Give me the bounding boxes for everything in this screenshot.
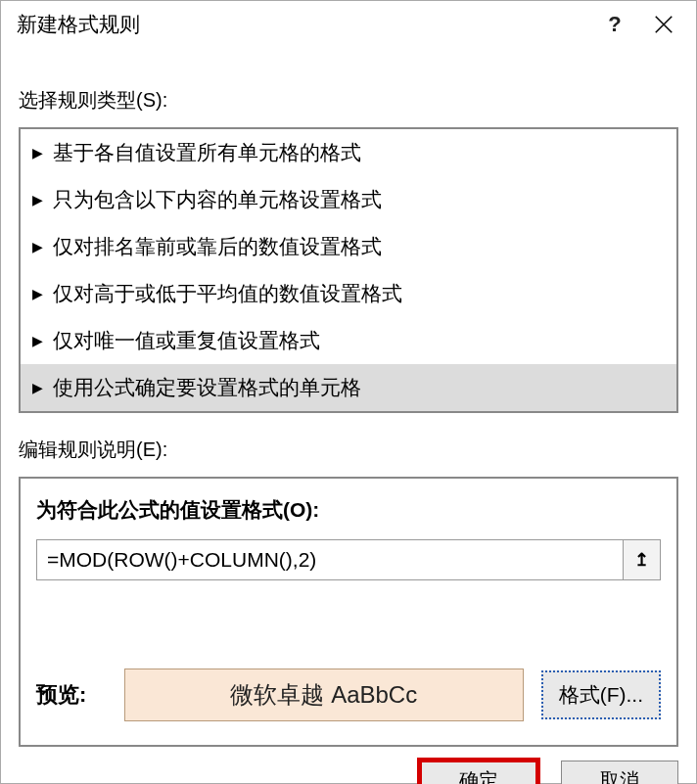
close-icon: [653, 14, 674, 35]
dialog-button-row: 确定 取消: [1, 747, 696, 784]
preview-label: 预览:: [36, 680, 107, 710]
triangle-icon: ▶: [32, 380, 43, 395]
help-button[interactable]: ?: [590, 1, 639, 48]
rule-type-item[interactable]: ▶ 只为包含以下内容的单元格设置格式: [21, 176, 676, 223]
dialog-title: 新建格式规则: [17, 11, 590, 38]
format-button[interactable]: 格式(F)...: [541, 670, 661, 719]
close-button[interactable]: [639, 1, 688, 48]
rule-type-item[interactable]: ▶ 基于各自值设置所有单元格的格式: [21, 129, 676, 176]
formula-heading: 为符合此公式的值设置格式(O):: [36, 496, 661, 524]
rule-type-label: 仅对高于或低于平均值的数值设置格式: [53, 280, 402, 307]
titlebar: 新建格式规则 ?: [1, 1, 696, 48]
triangle-icon: ▶: [32, 239, 43, 254]
rule-type-label: 使用公式确定要设置格式的单元格: [53, 374, 361, 401]
edit-rule-description-label: 编辑规则说明(E):: [19, 437, 678, 463]
collapse-dialog-button[interactable]: ↥: [623, 540, 660, 579]
rule-type-label: 只为包含以下内容的单元格设置格式: [53, 186, 382, 213]
triangle-icon: ▶: [32, 286, 43, 301]
triangle-icon: ▶: [32, 145, 43, 161]
rule-type-item[interactable]: ▶ 仅对高于或低于平均值的数值设置格式: [21, 270, 676, 317]
preview-sample: 微软卓越 AaBbCc: [124, 669, 524, 721]
rule-type-item[interactable]: ▶ 仅对排名靠前或靠后的数值设置格式: [21, 223, 676, 270]
formula-input-row: ↥: [36, 539, 661, 580]
dialog-content: 选择规则类型(S): ▶ 基于各自值设置所有单元格的格式 ▶ 只为包含以下内容的…: [1, 48, 696, 747]
cancel-button[interactable]: 取消: [561, 761, 678, 784]
rule-type-label: 仅对唯一值或重复值设置格式: [53, 327, 320, 354]
collapse-icon: ↥: [634, 549, 649, 571]
dialog-window: 新建格式规则 ? 选择规则类型(S): ▶ 基于各自值设置所有单元格的格式 ▶ …: [0, 0, 697, 784]
rule-type-item[interactable]: ▶ 仅对唯一值或重复值设置格式: [21, 317, 676, 364]
triangle-icon: ▶: [32, 192, 43, 208]
rule-type-label: 仅对排名靠前或靠后的数值设置格式: [53, 233, 382, 260]
triangle-icon: ▶: [32, 333, 43, 348]
rule-type-item[interactable]: ▶ 使用公式确定要设置格式的单元格: [21, 364, 676, 411]
edit-rule-panel: 为符合此公式的值设置格式(O): ↥ 预览: 微软卓越 AaBbCc 格式(F)…: [19, 477, 678, 747]
preview-row: 预览: 微软卓越 AaBbCc 格式(F)...: [36, 669, 661, 721]
select-rule-type-label: 选择规则类型(S):: [19, 87, 678, 114]
rule-type-label: 基于各自值设置所有单元格的格式: [53, 139, 361, 166]
rule-type-list: ▶ 基于各自值设置所有单元格的格式 ▶ 只为包含以下内容的单元格设置格式 ▶ 仅…: [19, 127, 678, 413]
ok-button[interactable]: 确定: [420, 761, 537, 784]
formula-input[interactable]: [37, 540, 623, 579]
